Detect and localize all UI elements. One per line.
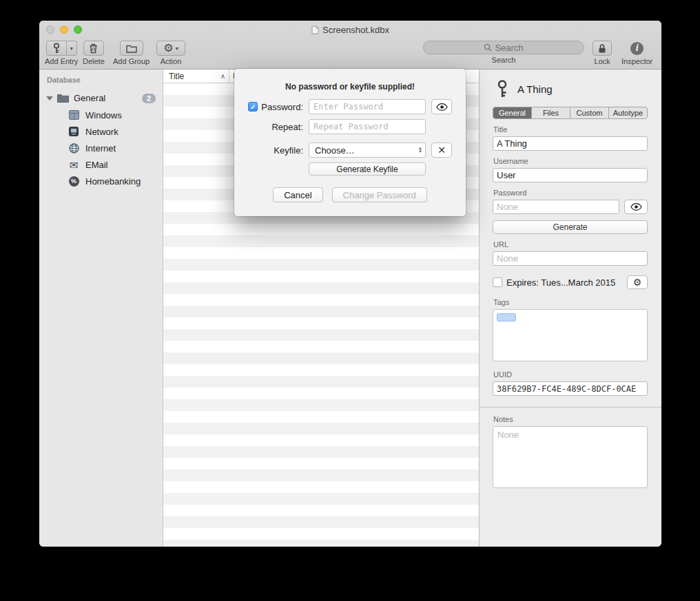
tags-label: Tags — [493, 298, 648, 306]
sidebar: Database General 2 Windows — [39, 70, 163, 547]
username-field-label: Username — [493, 157, 648, 165]
new-password-input[interactable] — [309, 99, 426, 114]
folder-plus-icon — [126, 44, 137, 53]
tab-autotype[interactable]: Autotype — [609, 107, 647, 118]
title-field[interactable] — [493, 136, 648, 151]
delete-group: Delete — [83, 41, 105, 65]
expires-checkbox[interactable] — [493, 277, 502, 287]
trash-icon — [89, 43, 98, 54]
action-button[interactable]: ⚙ ▾ — [156, 41, 185, 56]
inspector-label: Inspector — [621, 57, 652, 65]
window-chrome: Screenshot.kdbx ▾ — [39, 21, 661, 70]
uuid-label: UUID — [493, 370, 648, 379]
envelope-icon: ✉ — [68, 159, 79, 170]
sidebar-item-windows[interactable]: Windows — [39, 107, 163, 123]
keyfile-label-cell: Keyfile: — [234, 145, 309, 156]
reveal-password-button[interactable] — [624, 200, 648, 214]
disclosure-triangle-icon[interactable] — [46, 96, 53, 101]
cancel-button[interactable]: Cancel — [273, 187, 322, 202]
search-input[interactable]: Search — [423, 41, 584, 54]
tab-general[interactable]: General — [493, 107, 532, 118]
entry-count-badge: 2 — [142, 94, 156, 103]
traffic-lights — [46, 25, 82, 34]
sidebar-item-email[interactable]: ✉ EMail — [39, 156, 163, 173]
keyfile-label: Keyfile: — [274, 145, 303, 156]
change-password-button[interactable]: Change Password — [332, 187, 427, 202]
close-icon: ✕ — [438, 145, 446, 155]
column-header-title[interactable]: Title ∧ — [163, 70, 229, 83]
tag-token[interactable] — [497, 313, 516, 321]
inspector-divider — [480, 407, 661, 408]
sidebar-group-label: General — [74, 93, 105, 103]
clear-keyfile-button[interactable]: ✕ — [431, 143, 452, 158]
folder-icon — [57, 94, 69, 103]
repeat-label: Repeat: — [271, 122, 303, 132]
inspector-header: A Thing — [493, 80, 648, 98]
add-entry-group: ▾ Add Entry — [45, 41, 78, 65]
inspector-group: i Inspector — [621, 41, 652, 65]
lock-label: Lock — [594, 57, 610, 65]
title-field-label: Title — [493, 125, 648, 134]
search-group: Search Search — [423, 41, 584, 64]
add-entry-dropdown-button[interactable]: ▾ — [67, 41, 77, 56]
sidebar-item-homebanking[interactable]: % Homebanking — [39, 173, 163, 189]
chevron-down-icon: ▾ — [70, 45, 73, 52]
sidebar-item-network[interactable]: Network — [39, 123, 163, 140]
change-password-dialog: No password or keyfile supplied! ✓ Passw… — [234, 69, 466, 216]
inspector-panel: A Thing General Files Custom Autotype Ti… — [479, 70, 661, 547]
keyfile-popup-value: Choose… — [315, 145, 355, 156]
window-title: Screenshot.kdbx — [311, 25, 389, 35]
network-icon — [68, 126, 79, 137]
close-window-button[interactable] — [46, 25, 54, 34]
lock-icon — [598, 43, 606, 54]
globe-icon — [68, 143, 79, 154]
sidebar-item-label: Windows — [85, 110, 122, 120]
expires-settings-button[interactable]: ⚙ — [627, 275, 648, 289]
reveal-password-button[interactable] — [431, 99, 452, 114]
tab-custom[interactable]: Custom — [570, 107, 609, 118]
add-entry-button[interactable] — [46, 41, 67, 56]
gear-icon: ⚙ — [633, 277, 642, 287]
url-field[interactable] — [493, 251, 648, 266]
windows-icon — [68, 109, 79, 120]
password-field[interactable] — [493, 200, 619, 214]
dialog-message: No password or keyfile supplied! — [234, 69, 466, 92]
search-icon — [484, 43, 492, 52]
chevron-down-icon: ▾ — [176, 45, 178, 52]
inspector-button[interactable]: i — [630, 41, 644, 56]
action-label: Action — [161, 57, 182, 65]
password-checkbox[interactable]: ✓ — [248, 102, 258, 112]
username-field[interactable] — [493, 168, 648, 182]
action-group: ⚙ ▾ Action — [156, 41, 185, 65]
key-icon — [496, 80, 508, 98]
add-group-label: Add Group — [113, 57, 150, 65]
popup-stepper-icon: ▲▼ — [418, 147, 422, 154]
uuid-field[interactable] — [493, 381, 648, 396]
repeat-password-input[interactable] — [309, 119, 426, 134]
expires-label: Expires: Tues...March 2015 — [506, 277, 615, 288]
keyfile-popup[interactable]: Choose… ▲▼ — [309, 143, 426, 158]
lock-button[interactable] — [593, 41, 612, 56]
titlebar[interactable]: Screenshot.kdbx — [39, 21, 661, 39]
entry-title: A Thing — [517, 83, 553, 95]
url-field-label: URL — [493, 240, 648, 249]
password-label-cell: ✓ Password: — [234, 102, 309, 112]
screenshot-stage: Screenshot.kdbx ▾ — [0, 0, 700, 601]
delete-button[interactable] — [83, 41, 104, 56]
tab-files[interactable]: Files — [532, 107, 570, 118]
add-entry-label: Add Entry — [45, 57, 78, 65]
tags-field[interactable] — [493, 309, 648, 361]
notes-field[interactable] — [493, 426, 648, 488]
zoom-window-button[interactable] — [74, 25, 82, 34]
eye-icon — [436, 103, 448, 111]
gear-icon: ⚙ — [163, 43, 173, 54]
password-label: Password: — [261, 102, 303, 112]
toolbar: ▾ Add Entry Delete — [39, 39, 661, 69]
sidebar-item-internet[interactable]: Internet — [39, 140, 163, 156]
add-group-button[interactable] — [120, 41, 143, 56]
sidebar-group-general[interactable]: General 2 — [39, 89, 163, 107]
sort-ascending-icon: ∧ — [220, 72, 225, 80]
minimize-window-button[interactable] — [60, 25, 68, 34]
generate-keyfile-button[interactable]: Generate Keyfile — [309, 162, 426, 176]
generate-password-button[interactable]: Generate — [493, 220, 648, 234]
